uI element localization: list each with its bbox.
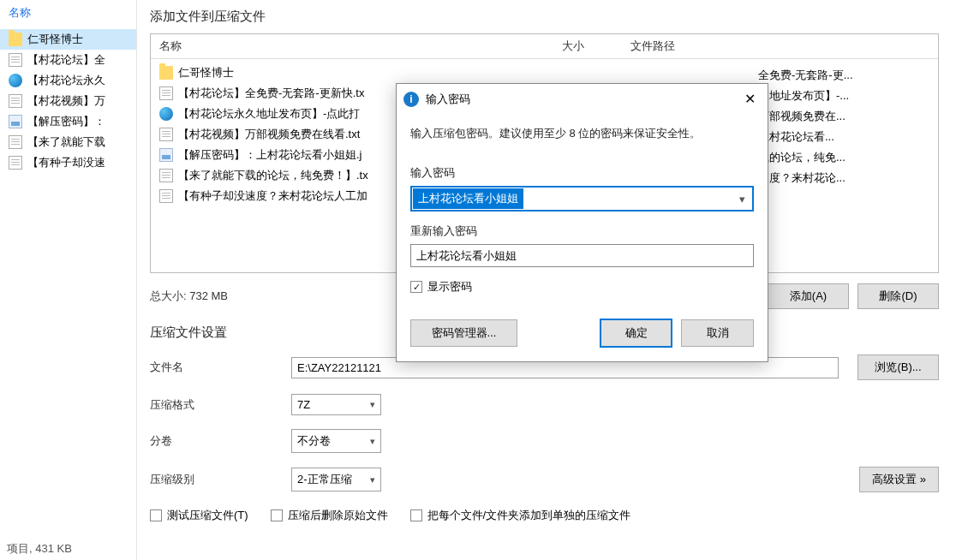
list-item[interactable]: 【村花视频】万 <box>0 91 136 111</box>
checkbox-icon[interactable] <box>410 281 422 293</box>
left-items-list: 仁哥怪博士 【村花论坛】全 【村花论坛永久 【村花视频】万 【解压密码】： 【来… <box>0 26 136 176</box>
dialog-titlebar[interactable]: i 输入密码 ✕ <box>397 84 768 114</box>
item-label: 【村花论坛永久 <box>27 73 105 88</box>
check-test[interactable]: 测试压缩文件(T) <box>150 508 248 523</box>
item-label: 【来了就能下载 <box>27 134 105 150</box>
jpg-icon <box>159 148 173 162</box>
browse-button[interactable]: 浏览(B)... <box>857 354 939 380</box>
volume-select[interactable]: 不分卷 <box>291 429 381 453</box>
folder-icon <box>9 33 22 46</box>
left-header-name[interactable]: 名称 <box>0 0 136 26</box>
item-label: 【解压密码】： <box>27 114 105 129</box>
password-value: 上村花论坛看小姐姐 <box>413 188 523 209</box>
label-level: 压缩级别 <box>150 472 283 487</box>
add-button[interactable]: 添加(A) <box>768 283 849 309</box>
col-name[interactable]: 名称 <box>151 34 553 58</box>
info-icon: i <box>403 92 419 107</box>
txt-icon <box>159 86 173 100</box>
txt-icon <box>159 169 173 182</box>
check-show-password[interactable]: 显示密码 <box>410 279 754 295</box>
check-separate[interactable]: 把每个文件/文件夹添加到单独的压缩文件 <box>410 508 631 523</box>
main-title: 添加文件到压缩文件 <box>150 9 939 25</box>
label-filename: 文件名 <box>150 360 283 375</box>
txt-icon <box>9 156 22 170</box>
dialog-buttons: 密码管理器... 确定 取消 <box>410 319 754 348</box>
dialog-body: 输入压缩包密码。建议使用至少 8 位的密码来保证安全性。 输入密码 上村花论坛看… <box>397 114 768 361</box>
list-item[interactable]: 【有种子却没速 <box>0 152 136 173</box>
col-path[interactable]: 文件路径 <box>622 34 938 58</box>
list-item[interactable]: 【村花论坛】全 <box>0 50 136 70</box>
item-label: 【村花视频】万 <box>27 93 105 109</box>
label-format: 压缩格式 <box>150 397 283 413</box>
level-select[interactable]: 2-正常压缩 <box>291 468 381 491</box>
label-volume: 分卷 <box>150 433 283 449</box>
close-icon[interactable]: ✕ <box>739 89 761 109</box>
password-dialog: i 输入密码 ✕ 输入压缩包密码。建议使用至少 8 位的密码来保证安全性。 输入… <box>396 83 768 362</box>
row-volume: 分卷 不分卷 <box>150 429 939 453</box>
checkbox-icon[interactable] <box>410 509 422 521</box>
jpg-icon <box>9 115 22 128</box>
list-item[interactable]: 【来了就能下载 <box>0 132 136 152</box>
globe-icon <box>159 107 173 121</box>
path-column-values: 全免费-无套路-更... 久地址发布页】-... 万部视频免费在... 上村花论… <box>758 60 929 188</box>
label-repassword: 重新输入密码 <box>410 223 754 239</box>
checkbox-row: 测试压缩文件(T) 压缩后删除原始文件 把每个文件/文件夹添加到单独的压缩文件 <box>150 508 939 523</box>
total-size-label: 总大小: 732 MB <box>150 289 228 304</box>
list-item[interactable]: 仁哥怪博士 <box>0 29 136 50</box>
col-size[interactable]: 大小 <box>553 34 622 58</box>
txt-icon <box>9 53 22 67</box>
item-label: 仁哥怪博士 <box>27 32 83 47</box>
checkbox-icon[interactable] <box>271 509 283 521</box>
status-bar: 项目, 431 KB <box>0 538 79 560</box>
advanced-button[interactable]: 高级设置 » <box>859 467 939 492</box>
item-label: 【村花论坛】全 <box>27 52 105 68</box>
check-delete-after[interactable]: 压缩后删除原始文件 <box>271 508 388 523</box>
txt-icon <box>9 94 22 108</box>
txt-icon <box>159 128 173 141</box>
left-file-panel: 名称 仁哥怪博士 【村花论坛】全 【村花论坛永久 【村花视频】万 【解压密码】：… <box>0 0 137 560</box>
row-format: 压缩格式 7Z <box>150 394 939 415</box>
delete-button[interactable]: 删除(D) <box>857 283 939 309</box>
repassword-input[interactable] <box>410 244 754 267</box>
dialog-hint: 输入压缩包密码。建议使用至少 8 位的密码来保证安全性。 <box>410 126 754 141</box>
folder-icon <box>159 66 173 80</box>
checkbox-icon[interactable] <box>150 509 162 521</box>
globe-icon <box>9 74 22 87</box>
list-item[interactable]: 【解压密码】： <box>0 111 136 132</box>
row-level: 压缩级别 2-正常压缩 高级设置 » <box>150 467 939 492</box>
ok-button[interactable]: 确定 <box>600 319 672 348</box>
label-password: 输入密码 <box>410 165 754 181</box>
list-item[interactable]: 【村花论坛永久 <box>0 70 136 91</box>
cancel-button[interactable]: 取消 <box>681 319 754 347</box>
format-select[interactable]: 7Z <box>291 394 381 415</box>
txt-icon <box>9 135 22 149</box>
item-label: 【有种子却没速 <box>27 155 105 170</box>
txt-icon <box>159 189 173 203</box>
dialog-title: 输入密码 <box>426 92 470 107</box>
password-manager-button[interactable]: 密码管理器... <box>410 319 517 347</box>
password-combo[interactable]: 上村花论坛看小姐姐 ▾ <box>410 186 754 211</box>
list-header: 名称 大小 文件路径 <box>151 34 938 59</box>
chevron-down-icon[interactable]: ▾ <box>732 189 752 209</box>
